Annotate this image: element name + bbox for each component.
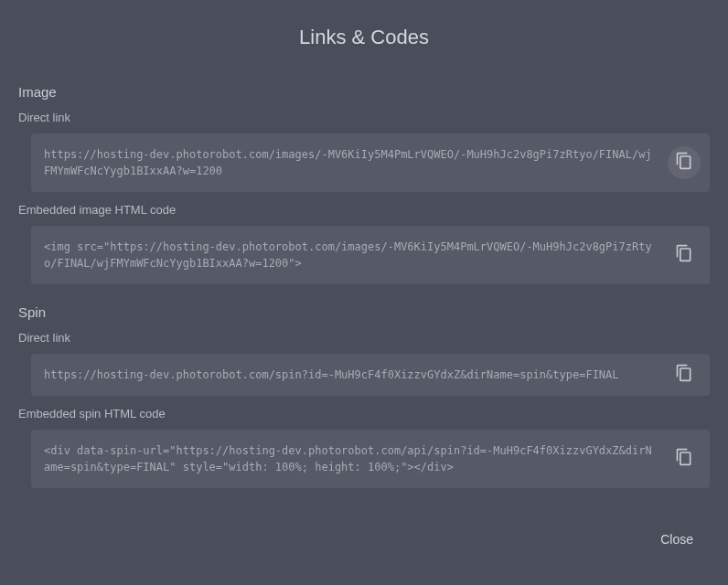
copy-button[interactable] — [668, 358, 701, 391]
code-text-spin-embedded: <div data-spin-url="https://hosting-dev.… — [44, 442, 655, 475]
copy-icon — [675, 152, 693, 174]
dialog-footer: Close — [18, 488, 710, 552]
code-text-spin-direct-link: https://hosting-dev.photorobot.com/spin?… — [44, 367, 655, 383]
copy-icon — [675, 364, 693, 386]
code-block-image-embedded: <img src="https://hosting-dev.photorobot… — [31, 226, 710, 284]
code-block-spin-direct-link: https://hosting-dev.photorobot.com/spin?… — [31, 354, 710, 396]
field-label-spin-direct-link: Direct link — [18, 331, 710, 345]
field-label-image-direct-link: Direct link — [18, 111, 710, 124]
code-text-image-embedded: <img src="https://hosting-dev.photorobot… — [44, 239, 655, 271]
close-button[interactable]: Close — [651, 526, 702, 552]
field-label-spin-embedded: Embedded spin HTML code — [18, 407, 710, 420]
code-block-image-direct-link: https://hosting-dev.photorobot.com/image… — [31, 133, 710, 192]
copy-icon — [675, 448, 693, 470]
dialog-title: Links & Codes — [0, 0, 728, 58]
code-text-image-direct-link: https://hosting-dev.photorobot.com/image… — [44, 146, 655, 179]
copy-icon — [675, 244, 693, 266]
copy-button[interactable] — [668, 442, 701, 475]
copy-button[interactable] — [668, 239, 701, 271]
code-block-spin-embedded: <div data-spin-url="https://hosting-dev.… — [31, 430, 710, 488]
field-label-image-embedded: Embedded image HTML code — [18, 203, 710, 217]
section-heading-spin: Spin — [18, 304, 710, 320]
section-heading-image: Image — [18, 84, 710, 100]
copy-button[interactable] — [668, 146, 701, 179]
